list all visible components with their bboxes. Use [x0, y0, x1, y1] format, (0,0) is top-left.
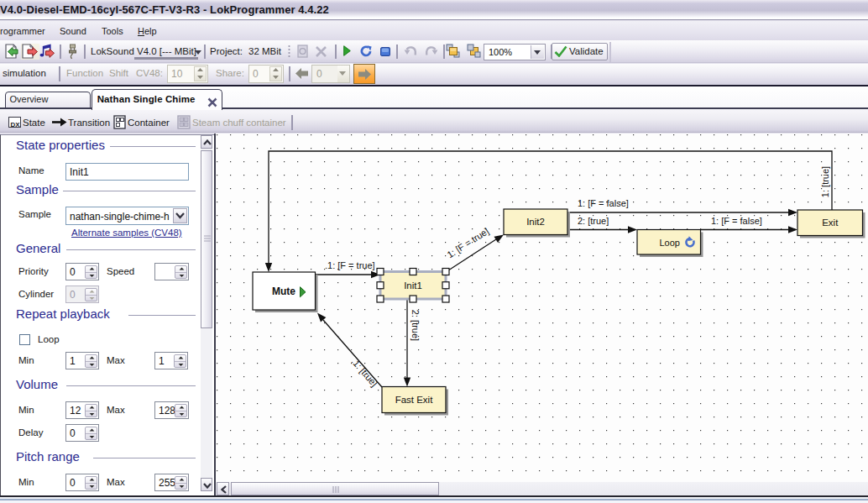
svg-text:1: [true]: 1: [true]: [820, 166, 830, 197]
svg-text:1: [F = false]: 1: [F = false]: [578, 198, 629, 208]
svg-text:2: [true]: 2: [true]: [578, 216, 609, 226]
svg-text:1: [F = false]: 1: [F = false]: [711, 216, 762, 226]
svg-text:Loop: Loop: [660, 238, 680, 248]
svg-text:Init2: Init2: [526, 217, 545, 227]
svg-text:Mute: Mute: [272, 286, 295, 297]
svg-text:Fast Exit: Fast Exit: [395, 395, 434, 405]
svg-text:Exit: Exit: [822, 217, 839, 228]
svg-text:2: [true]: 2: [true]: [410, 310, 421, 341]
svg-text:Init1: Init1: [404, 280, 422, 291]
svg-text:.1: [F = true]: .1: [F = true]: [325, 260, 375, 270]
